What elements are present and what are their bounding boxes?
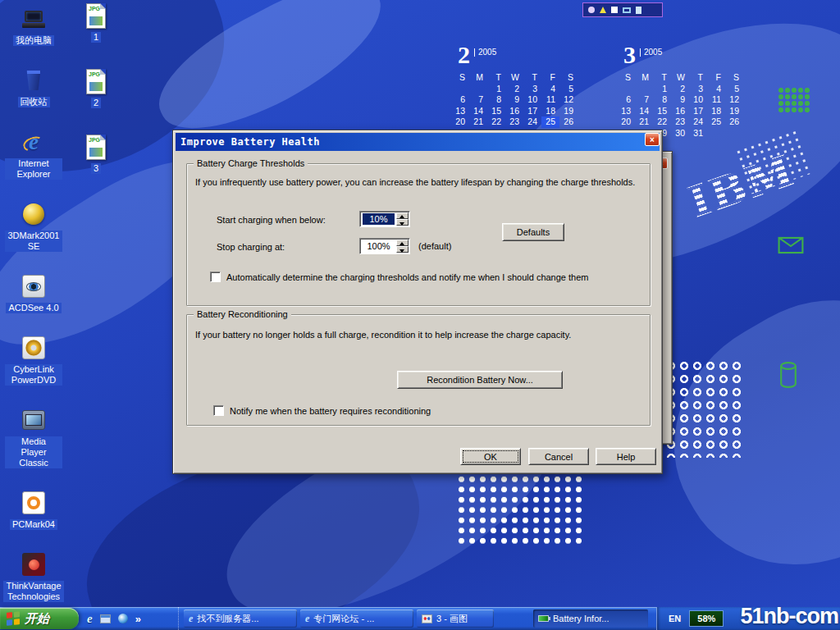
jpg-file-icon: JPG xyxy=(82,67,110,95)
start-threshold-spinner[interactable]: 10% xyxy=(359,211,410,227)
calendar-cell: M xyxy=(635,72,653,84)
calendar-cell: 14 xyxy=(635,106,653,117)
auto-determine-checkbox-row[interactable]: Automatically determine the charging thr… xyxy=(210,272,588,282)
desktop-icon-jpg-3[interactable]: JPG 3 xyxy=(72,133,120,174)
spin-up-button[interactable] xyxy=(396,212,409,219)
calendar-cell: 8 xyxy=(487,94,505,106)
acdsee-icon xyxy=(20,272,48,300)
taskbar-task-battery-information[interactable]: Battery Infor... xyxy=(533,609,648,628)
language-indicator[interactable]: EN xyxy=(669,614,681,623)
taskbar-task-ie-forum[interactable]: 专门网论坛 - ... xyxy=(300,609,413,628)
calendar-cell: 4 xyxy=(707,84,725,95)
icon-label: Internet Explorer xyxy=(5,158,62,180)
close-icon[interactable]: × xyxy=(645,133,660,146)
calendar-cell xyxy=(617,84,635,95)
ring-dots-decoration xyxy=(664,359,745,458)
my-computer-icon xyxy=(20,5,48,33)
dialog-titlebar[interactable]: Improve Battery Health xyxy=(176,133,660,151)
desktop: IBM 2 2005 SMTWTFS1234567891011121314151… xyxy=(0,0,840,630)
calendar-cell: 25 xyxy=(541,116,559,128)
desktop-icon-jpg-2[interactable]: JPG 2 xyxy=(72,67,120,108)
calendar-cell: 10 xyxy=(523,94,541,106)
battery-percent-indicator[interactable]: 58% xyxy=(689,610,724,627)
icon-label: 2 xyxy=(91,98,101,108)
wallpaper-calendar-march: 3 2005 SMTWTFS12345678910111213141516171… xyxy=(617,43,748,139)
show-desktop-icon[interactable] xyxy=(100,614,111,623)
envelope-icon xyxy=(778,236,804,254)
taskbar-task-paint[interactable]: 3 - 画图 xyxy=(417,609,494,628)
calendar-cell: 22 xyxy=(653,116,671,128)
stop-threshold-spinner[interactable]: 100% xyxy=(359,238,410,254)
calendar-cell: 2 xyxy=(671,84,689,95)
calendar-cell: S xyxy=(559,72,578,84)
paint-icon xyxy=(422,614,432,623)
calendar-cell: W xyxy=(671,72,689,84)
desktop-icon-jpg-1[interactable]: JPG 1 xyxy=(72,2,120,43)
calendar-cell: 11 xyxy=(541,94,559,106)
calendar-cell: W xyxy=(505,72,523,84)
calendar-cell: 20 xyxy=(451,116,469,128)
calendar-cell: 21 xyxy=(635,116,653,128)
monitor-icon[interactable] xyxy=(623,7,631,13)
media-player-icon[interactable] xyxy=(118,614,128,623)
start-threshold-value[interactable]: 10% xyxy=(363,213,395,225)
floating-toolbar[interactable] xyxy=(582,2,663,17)
notify-reconditioning-label: Notify me when the battery requires reco… xyxy=(230,406,431,416)
jpg-file-icon: JPG xyxy=(82,2,110,30)
spin-down-button[interactable] xyxy=(396,246,409,253)
taskbar-task-ie-server[interactable]: 找不到服务器... xyxy=(184,609,297,628)
spin-up-button[interactable] xyxy=(396,240,409,246)
calendar-year: 2005 xyxy=(474,48,496,57)
calendar-cell: 17 xyxy=(523,106,541,117)
calendar-cell: 18 xyxy=(707,106,725,117)
desktop-icon-thinkvantage[interactable]: ThinkVantage Technologies xyxy=(5,550,62,602)
icon-label: ACDSee 4.0 xyxy=(6,303,61,313)
spin-down-button[interactable] xyxy=(396,219,409,226)
hand-icon[interactable] xyxy=(588,7,595,13)
icon-label: 3DMark2001 SE xyxy=(5,231,62,252)
speaker-icon[interactable] xyxy=(600,7,606,13)
icon-label: 我的电脑 xyxy=(13,35,54,46)
desktop-icon-recycle-bin[interactable]: 回收站 xyxy=(5,66,62,107)
calendar-cell: T xyxy=(653,72,671,84)
start-button[interactable]: 开始 xyxy=(0,608,79,629)
quick-launch-ie-icon[interactable] xyxy=(87,611,93,626)
chevron-icon[interactable]: » xyxy=(135,613,141,625)
calendar-cell: 12 xyxy=(725,94,743,106)
calendar-cell: 9 xyxy=(671,94,689,106)
calendar-cell: 19 xyxy=(559,106,578,117)
pcmark-icon xyxy=(20,489,48,517)
stop-threshold-value[interactable]: 100% xyxy=(363,240,395,252)
ok-button[interactable]: OK xyxy=(460,448,521,465)
desktop-icon-internet-explorer[interactable]: e Internet Explorer xyxy=(5,128,62,180)
keypad-dots-decoration xyxy=(778,87,810,113)
calendar-cell: 23 xyxy=(505,116,523,128)
calendar-cell: F xyxy=(541,72,559,84)
default-note: (default) xyxy=(418,241,451,251)
pen-icon[interactable] xyxy=(611,7,618,13)
notify-reconditioning-checkbox-row[interactable]: Notify me when the battery requires reco… xyxy=(213,405,431,416)
desktop-icon-media-player-classic[interactable]: Media Player Classic xyxy=(5,406,62,468)
icon-label: CyberLink PowerDVD xyxy=(5,364,62,386)
51nb-watermark: 51nb-com xyxy=(740,604,838,629)
document-icon[interactable] xyxy=(636,7,641,14)
desktop-icon-acdsee[interactable]: ACDSee 4.0 xyxy=(5,272,62,313)
calendar-cell: F xyxy=(707,72,725,84)
desktop-icon-my-computer[interactable]: 我的电脑 xyxy=(5,5,62,46)
cancel-button[interactable]: Cancel xyxy=(528,448,589,465)
defaults-button[interactable]: Defaults xyxy=(502,223,564,241)
calendar-cell: 7 xyxy=(469,94,487,106)
calendar-cell: M xyxy=(469,72,487,84)
desktop-icon-powerdvd[interactable]: CyberLink PowerDVD xyxy=(5,334,62,386)
desktop-icon-pcmark04[interactable]: PCMark04 xyxy=(5,489,62,530)
notify-reconditioning-checkbox[interactable] xyxy=(213,405,224,416)
help-button[interactable]: Help xyxy=(596,448,656,465)
calendar-cell: 18 xyxy=(541,106,559,117)
recondition-battery-button[interactable]: Recondition Battery Now... xyxy=(397,371,563,389)
desktop-icon-3dmark2001[interactable]: 3DMark2001 SE xyxy=(5,200,62,252)
reconditioning-description: If your battery no longer holds a full c… xyxy=(195,330,571,340)
calendar-cell: 23 xyxy=(671,116,689,128)
battery-charge-thresholds-group: Battery Charge Thresholds If you infrequ… xyxy=(186,163,651,306)
icon-label: 1 xyxy=(91,32,101,43)
auto-determine-checkbox[interactable] xyxy=(210,272,221,282)
